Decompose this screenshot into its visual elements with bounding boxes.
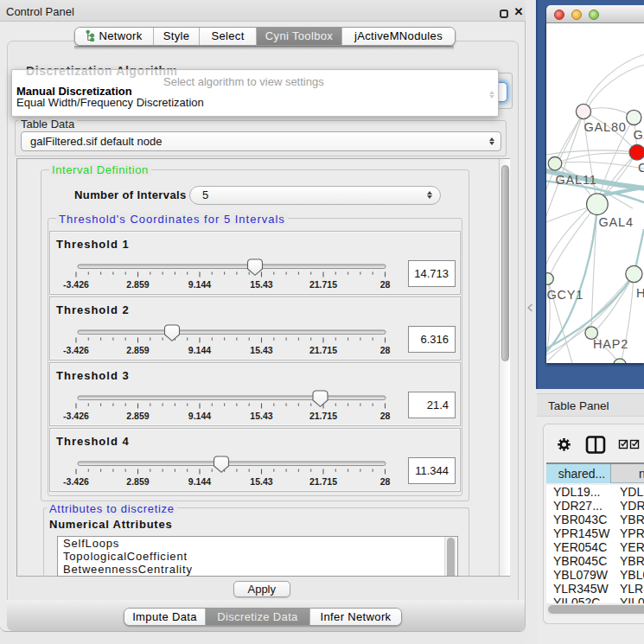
svg-text:9.144: 9.144: [188, 345, 211, 355]
svg-text:GAL4: GAL4: [599, 215, 634, 229]
svg-text:-3.426: -3.426: [63, 476, 89, 487]
svg-text:C: C: [638, 161, 644, 175]
svg-text:GCY1: GCY1: [547, 288, 584, 302]
svg-text:2.859: 2.859: [126, 411, 149, 421]
svg-text:28: 28: [380, 476, 391, 487]
svg-text:21.715: 21.715: [309, 411, 337, 421]
svg-text:2.859: 2.859: [126, 476, 149, 487]
svg-text:GAL80: GAL80: [584, 120, 627, 134]
svg-text:21.715: 21.715: [309, 345, 337, 355]
svg-text:HAP2: HAP2: [593, 337, 628, 351]
svg-text:21.715: 21.715: [309, 476, 337, 487]
svg-text:28: 28: [380, 411, 391, 421]
svg-text:28: 28: [380, 345, 391, 355]
svg-text:15.43: 15.43: [250, 476, 272, 487]
svg-text:GAL11: GAL11: [556, 173, 597, 187]
svg-text:H: H: [636, 286, 644, 300]
svg-text:15.43: 15.43: [250, 345, 272, 355]
svg-text:-3.426: -3.426: [63, 345, 89, 355]
svg-text:15.43: 15.43: [250, 411, 272, 421]
svg-text:21.715: 21.715: [309, 279, 337, 290]
svg-text:9.144: 9.144: [188, 476, 211, 487]
svg-text:9.144: 9.144: [188, 279, 211, 290]
svg-text:-3.426: -3.426: [63, 411, 89, 421]
svg-text:2.859: 2.859: [126, 345, 149, 355]
svg-text:-3.426: -3.426: [63, 279, 89, 290]
svg-text:15.43: 15.43: [250, 279, 272, 290]
svg-text:GA: GA: [634, 128, 644, 142]
svg-text:28: 28: [380, 279, 391, 290]
svg-text:2.859: 2.859: [126, 279, 149, 290]
svg-text:9.144: 9.144: [188, 411, 211, 421]
